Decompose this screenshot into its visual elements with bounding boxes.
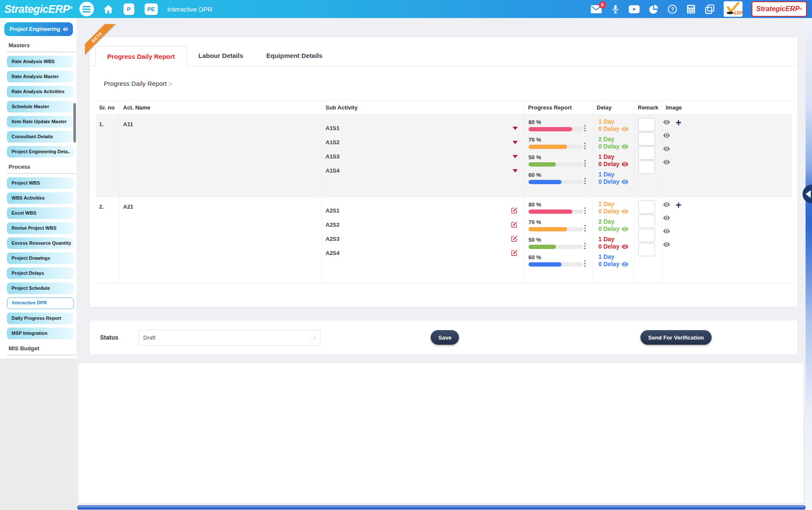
col-remark: Remark <box>634 101 662 114</box>
view-image-eye-icon[interactable] <box>663 160 670 164</box>
sidebar-item-project-wbs[interactable]: Project WBS <box>7 177 74 189</box>
view-image-eye-icon[interactable] <box>663 242 670 247</box>
view-image-eye-icon[interactable] <box>663 146 670 151</box>
tab-progress-daily-report[interactable]: Progress Daily Report <box>95 46 187 66</box>
edit-icon[interactable] <box>510 249 518 257</box>
badge-p[interactable]: P <box>124 3 134 15</box>
help-icon[interactable]: ? <box>667 4 677 14</box>
progress-bar <box>528 162 583 167</box>
save-button[interactable]: Save <box>431 330 459 345</box>
sidebar-item-excess-resource-quantity[interactable]: Excess Resource Quantity <box>7 237 74 249</box>
sidebar-header-project-engineering[interactable]: Project Engineering 40 <box>4 22 73 36</box>
sidebar-scrollbar[interactable] <box>73 103 76 143</box>
caret-down-icon[interactable] <box>513 127 518 130</box>
kebab-menu-icon[interactable]: ⋮ <box>581 207 589 214</box>
sidebar-item-schedule-master[interactable]: Schedule Master <box>7 101 74 112</box>
edit-icon[interactable] <box>510 207 518 214</box>
remark-input[interactable] <box>638 161 655 174</box>
sidebar-item-consultant-details[interactable]: Consultant Details <box>7 131 74 143</box>
remark-input[interactable] <box>638 146 655 160</box>
mail-icon[interactable]: 0 <box>591 5 602 14</box>
view-image-eye-icon[interactable] <box>663 120 670 124</box>
delay-eye-icon[interactable] <box>622 227 628 231</box>
sidebar-item-rate-analysis-master[interactable]: Rate Analysis Master <box>7 71 74 82</box>
sidebar-item-project-drawings[interactable]: Project Drawings <box>7 252 74 264</box>
microphone-icon[interactable] <box>611 4 620 14</box>
sidebar-item-item-rate-update-master[interactable]: Item Rate Update Master <box>7 116 74 128</box>
sidebar-item-wbs-activities[interactable]: WBS Activities <box>7 192 74 204</box>
delay-eye-icon[interactable] <box>622 162 628 167</box>
delay-eye-icon[interactable] <box>622 127 628 131</box>
sidebar-section-mis-budget: MIS Budget <box>7 345 75 355</box>
home-icon[interactable] <box>103 5 113 14</box>
kebab-menu-icon[interactable]: ⋮ <box>581 242 589 249</box>
copy-pages-icon[interactable] <box>705 4 715 14</box>
sub-activity-label: A1S4 <box>326 167 340 174</box>
sub-activity-label: A2S1 <box>326 207 340 214</box>
sub-activity-label: A2S3 <box>326 236 340 242</box>
delay-eye-icon[interactable] <box>622 209 628 214</box>
remark-input[interactable] <box>638 118 655 131</box>
sidebar-item-rate-analysis-wbs[interactable]: Rate Analysis WBS <box>7 56 74 67</box>
caret-down-icon[interactable] <box>513 141 518 144</box>
horizontal-scrollbar[interactable] <box>77 505 806 510</box>
sidebar-item-project-delays[interactable]: Project Delays <box>7 267 74 279</box>
calculator-icon[interactable] <box>686 4 696 14</box>
erp-check-logo[interactable]: ERP <box>724 1 743 17</box>
top-bar: StrategicERP® P PE Interactive DPR 0 ? <box>0 0 812 18</box>
remark-input[interactable] <box>638 132 655 146</box>
delay-eye-icon[interactable] <box>622 144 628 149</box>
kebab-menu-icon[interactable]: ⋮ <box>581 124 589 132</box>
caret-down-icon[interactable] <box>513 169 518 173</box>
remark-input[interactable] <box>638 215 655 228</box>
view-image-eye-icon[interactable] <box>663 202 670 207</box>
table-row: 2. A21 A2S1 A2S2 A2S3 A2S4 80 %⋮ 70 %⋮ 5… <box>96 197 792 283</box>
kebab-menu-icon[interactable]: ⋮ <box>581 225 589 232</box>
sidebar-item-excel-wbs[interactable]: Excel WBS <box>7 207 74 219</box>
remark-input[interactable] <box>638 200 655 214</box>
sidebar-section-process: Process <box>7 164 75 174</box>
view-image-eye-icon[interactable] <box>663 229 670 234</box>
progress-cell: 80 %⋮ 70 %⋮ 50 %⋮ 60 %⋮ <box>525 197 593 283</box>
remark-input[interactable] <box>638 243 655 256</box>
send-for-verification-button[interactable]: Send For Verification <box>640 330 712 345</box>
delay-count: 0 Delay <box>598 243 619 250</box>
kebab-menu-icon[interactable]: ⋮ <box>581 260 589 267</box>
sidebar-item-project-schedule[interactable]: Project Schedule <box>7 282 74 294</box>
sidebar-item-interactive-dpr[interactable]: Interactive DPR <box>7 298 74 309</box>
sidebar-item-project-engineering-details[interactable]: Project Engineering Deta.. <box>7 146 74 158</box>
tab-labour-details[interactable]: Labour Details <box>187 46 255 66</box>
sidebar-item-msp-integration[interactable]: MSP Integration <box>7 328 74 339</box>
vertical-scrollbar[interactable] <box>806 18 812 510</box>
edit-icon[interactable] <box>510 221 518 228</box>
sidebar-header-label: Project Engineering <box>9 26 60 32</box>
tab-bar: Progress Daily Report Labour Details Equ… <box>90 46 797 66</box>
sidebar-item-daily-progress-report[interactable]: Daily Progress Report <box>7 313 74 324</box>
badge-pe[interactable]: PE <box>145 3 158 15</box>
page-title: Interactive DPR <box>167 6 212 13</box>
caret-down-icon[interactable] <box>513 155 518 158</box>
hamburger-menu-icon[interactable] <box>79 2 94 16</box>
kebab-menu-icon[interactable]: ⋮ <box>581 142 589 149</box>
view-image-eye-icon[interactable] <box>663 133 670 138</box>
tab-equipment-details[interactable]: Equipment Details <box>255 46 334 66</box>
add-image-icon[interactable]: + <box>676 120 681 126</box>
kebab-menu-icon[interactable]: ⋮ <box>581 160 589 167</box>
sidebar-item-rate-analysis-activities[interactable]: Rate Analysis Activities <box>7 86 74 97</box>
delay-eye-icon[interactable] <box>622 262 628 267</box>
edit-icon[interactable] <box>510 235 518 243</box>
remark-input[interactable] <box>638 229 655 242</box>
delay-days: 2 Day <box>598 218 634 225</box>
sidebar-item-revise-project-wbs[interactable]: Revise Project WBS <box>7 222 74 234</box>
delay-eye-icon[interactable] <box>622 244 628 249</box>
status-select[interactable]: Draft ↕ <box>139 330 320 346</box>
delay-eye-icon[interactable] <box>622 179 628 184</box>
kebab-menu-icon[interactable]: ⋮ <box>581 177 589 185</box>
add-image-icon[interactable]: + <box>676 202 681 209</box>
delay-cell: 1 Day0 Delay 2 Day0 Delay 1 Day0 Delay 1… <box>593 115 634 197</box>
strategicerp-logo[interactable]: StrategicERP® <box>752 1 807 17</box>
sub-activity-label: A1S1 <box>326 125 340 131</box>
youtube-icon[interactable] <box>629 5 640 13</box>
pie-chart-icon[interactable] <box>649 4 658 14</box>
view-image-eye-icon[interactable] <box>663 216 670 220</box>
